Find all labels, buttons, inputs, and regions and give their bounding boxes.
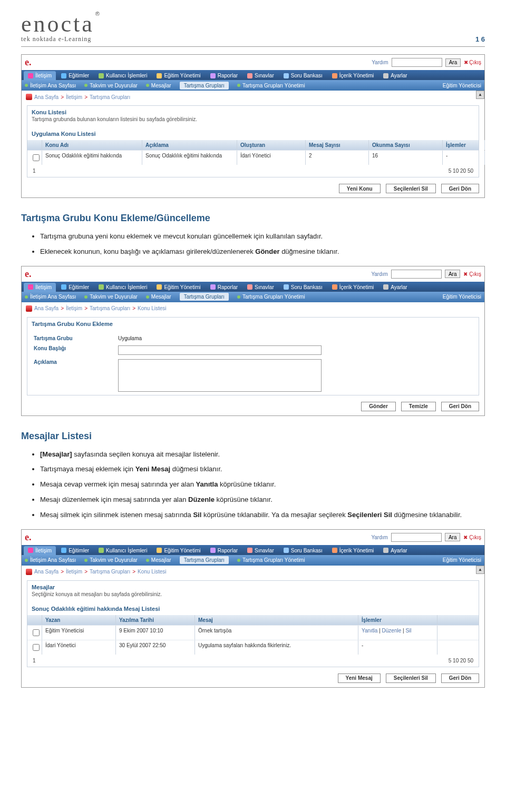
crumb-item[interactable]: Tartışma Grupları xyxy=(90,94,130,100)
col-mesaj[interactable]: Mesaj xyxy=(195,615,358,625)
row-checkbox[interactable] xyxy=(33,644,40,651)
page-sizes[interactable]: 5 10 20 50 xyxy=(449,168,473,174)
tab-sinavlar[interactable]: Sınavlar xyxy=(243,283,278,292)
subtab-tg-yonetimi[interactable]: Tartışma Grupları Yönetimi xyxy=(237,83,305,88)
col-okunma-sayisi[interactable]: Okunma Sayısı xyxy=(369,140,443,150)
subtab-ana[interactable]: İletişim Ana Sayfası xyxy=(25,557,76,563)
tab-raporlar[interactable]: Raporlar xyxy=(206,546,242,555)
cell-mesaj: Örnek tartışöa xyxy=(195,626,358,640)
yeni-mesaj-button[interactable]: Yeni Mesaj xyxy=(338,674,381,683)
gonder-button[interactable]: Gönder xyxy=(361,402,396,411)
geri-don-button[interactable]: Geri Dön xyxy=(441,402,479,411)
help-link[interactable]: Yardım xyxy=(371,534,388,540)
subtab-tg-yonetimi[interactable]: Tartışma Grupları Yönetimi xyxy=(237,557,305,563)
tab-egitim-yonetimi[interactable]: Eğitim Yönetimi xyxy=(152,546,205,555)
crumb-item[interactable]: Tartışma Grupları xyxy=(90,569,130,575)
search-button[interactable]: Ara xyxy=(445,533,461,541)
tab-ayarlar[interactable]: Ayarlar xyxy=(379,283,412,292)
temizle-button[interactable]: Temizle xyxy=(401,402,436,411)
exit-link[interactable]: ✖ Çıkış xyxy=(463,271,481,277)
col-aciklama[interactable]: Açıklama xyxy=(142,140,237,150)
secilenleri-sil-button[interactable]: Seçilenleri Sil xyxy=(386,184,436,193)
crumb-item[interactable]: Ana Sayfa xyxy=(34,94,59,100)
scroll-up-icon[interactable]: ▲ xyxy=(476,91,484,99)
geri-don-button[interactable]: Geri Dön xyxy=(441,184,479,193)
crumb-item[interactable]: İletişim xyxy=(66,94,82,100)
cell-konu-adi[interactable]: Sonuç Odaklılık eğitimi hakkında xyxy=(42,151,142,165)
tab-ayarlar[interactable]: Ayarlar xyxy=(379,546,412,555)
subtab-ana[interactable]: İletişim Ana Sayfası xyxy=(25,294,76,300)
search-input[interactable] xyxy=(391,533,442,542)
tab-egitimler[interactable]: Eğitimler xyxy=(57,71,93,80)
crumb-item[interactable]: Konu Listesi xyxy=(138,305,166,311)
exit-link[interactable]: ✖Çıkış xyxy=(464,60,481,65)
col-tarih[interactable]: Yazılma Tarihi xyxy=(116,615,195,625)
row-checkbox[interactable] xyxy=(33,629,40,636)
pagination: 1 5 10 20 50 xyxy=(27,655,479,667)
page-sizes[interactable]: 5 10 20 50 xyxy=(449,658,473,664)
exit-link[interactable]: ✖ Çıkış xyxy=(463,534,481,540)
subtab-tg-yonetimi[interactable]: Tartışma Grupları Yönetimi xyxy=(237,294,305,300)
subtab-mesajlar[interactable]: Mesajlar xyxy=(146,294,171,300)
tab-sinavlar[interactable]: Sınavlar xyxy=(243,546,278,555)
tab-kullanici[interactable]: Kullanıcı İşlemleri xyxy=(94,546,151,555)
tab-iletisim[interactable]: İletişim xyxy=(24,71,56,80)
col-olusturan[interactable]: Oluşturan xyxy=(237,140,306,150)
tab-soru-bankasi[interactable]: Soru Bankası xyxy=(279,283,327,292)
crumb-item[interactable]: İletişim xyxy=(66,305,82,311)
secilenleri-sil-button[interactable]: Seçilenleri Sil xyxy=(386,674,436,683)
subtab-ana[interactable]: İletişim Ana Sayfası xyxy=(25,83,76,88)
tab-icerik-yonetimi[interactable]: İçerik Yönetimi xyxy=(328,283,378,292)
crumb-item[interactable]: Konu Listesi xyxy=(138,569,166,575)
help-link[interactable]: Yardım xyxy=(371,271,388,277)
search-input[interactable] xyxy=(391,270,442,279)
tab-raporlar[interactable]: Raporlar xyxy=(206,71,242,80)
yeni-konu-button[interactable]: Yeni Konu xyxy=(339,184,381,193)
subtab-takvim[interactable]: Takvim ve Duyurular xyxy=(84,557,138,563)
tab-iletisim[interactable]: İletişim xyxy=(24,283,56,292)
col-yazan[interactable]: Yazan xyxy=(42,615,116,625)
crumb-item[interactable]: İletişim xyxy=(66,569,82,575)
subtab-tartisma-gruplari[interactable]: Tartışma Grupları xyxy=(180,82,229,90)
scroll-up-icon[interactable]: ▲ xyxy=(476,566,484,574)
tab-kullanici[interactable]: Kullanıcı İşlemleri xyxy=(94,71,151,80)
tab-egitim-yonetimi[interactable]: Eğitim Yönetimi xyxy=(152,283,205,292)
crumb-item[interactable]: Ana Sayfa xyxy=(34,305,59,311)
subtab-mesajlar[interactable]: Mesajlar xyxy=(146,557,171,563)
tab-sinavlar[interactable]: Sınavlar xyxy=(243,71,278,80)
search-button[interactable]: Ara xyxy=(445,270,461,278)
geri-don-button[interactable]: Geri Dön xyxy=(441,674,479,683)
input-konu-basligi[interactable] xyxy=(118,345,322,355)
sil-link[interactable]: Sil xyxy=(405,628,411,633)
dot-icon xyxy=(237,559,240,562)
tab-raporlar[interactable]: Raporlar xyxy=(206,283,242,292)
crumb-item[interactable]: Tartışma Grupları xyxy=(90,305,130,311)
tab-egitimler[interactable]: Eğitimler xyxy=(57,546,93,555)
crumb-item[interactable]: Ana Sayfa xyxy=(34,569,59,575)
tab-ayarlar[interactable]: Ayarlar xyxy=(379,71,412,80)
subtab-takvim[interactable]: Takvim ve Duyurular xyxy=(84,83,138,88)
subtab-tartisma-gruplari[interactable]: Tartışma Grupları xyxy=(180,293,229,301)
search-input[interactable] xyxy=(392,58,442,67)
subtab-tartisma-gruplari[interactable]: Tartışma Grupları xyxy=(180,556,229,564)
subtab-takvim[interactable]: Takvim ve Duyurular xyxy=(84,294,138,300)
tab-icerik-yonetimi[interactable]: İçerik Yönetimi xyxy=(328,71,378,80)
duzenle-link[interactable]: Düzenle xyxy=(382,628,402,633)
tab-egitim-yonetimi[interactable]: Eğitim Yönetimi xyxy=(152,71,205,80)
subtab-mesajlar[interactable]: Mesajlar xyxy=(146,83,171,88)
row-checkbox[interactable] xyxy=(33,154,40,161)
tab-soru-bankasi[interactable]: Soru Bankası xyxy=(279,71,327,80)
col-mesaj-sayisi[interactable]: Mesaj Sayısı xyxy=(306,140,369,150)
textarea-aciklama[interactable] xyxy=(118,359,322,392)
col-konu-adi[interactable]: Konu Adı xyxy=(42,140,142,150)
col-islemler[interactable]: İşlemler xyxy=(358,615,437,625)
search-button[interactable]: Ara xyxy=(445,58,461,67)
tab-icerik-yonetimi[interactable]: İçerik Yönetimi xyxy=(328,546,378,555)
col-islemler[interactable]: İşlemler xyxy=(443,140,485,150)
tab-iletisim[interactable]: İletişim xyxy=(24,546,56,555)
yanitla-link[interactable]: Yanıtla xyxy=(362,628,377,633)
tab-kullanici[interactable]: Kullanıcı İşlemleri xyxy=(94,283,151,292)
tab-soru-bankasi[interactable]: Soru Bankası xyxy=(279,546,327,555)
help-link[interactable]: Yardım xyxy=(372,60,388,65)
tab-egitimler[interactable]: Eğitimler xyxy=(57,283,93,292)
